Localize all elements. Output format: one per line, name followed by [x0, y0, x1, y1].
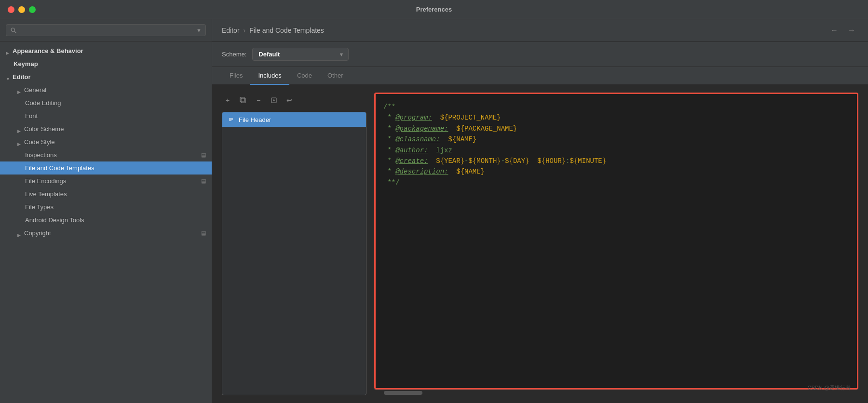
breadcrumb-editor: Editor [222, 27, 240, 34]
code-token: * [383, 112, 395, 123]
sidebar-item-keymap[interactable]: Keymap [0, 57, 212, 70]
maximize-button[interactable] [29, 6, 36, 13]
code-token: * [383, 134, 395, 145]
code-token: ${YEAR} [436, 156, 464, 166]
sidebar-item-android-design[interactable]: Android Design Tools [0, 214, 212, 227]
code-line-8: **/ [383, 177, 849, 188]
sidebar-item-code-editing[interactable]: Code Editing [0, 96, 212, 109]
code-token: ${NAME} [456, 166, 485, 177]
code-token: ${MINUTE} [570, 156, 607, 166]
sidebar-label-font: Font [25, 112, 38, 120]
sidebar-label-live-templates: Live Templates [25, 190, 67, 198]
search-dropdown-arrow[interactable]: ▼ [196, 27, 202, 33]
search-wrapper[interactable]: ▼ [6, 24, 206, 36]
sidebar-item-code-style[interactable]: Code Style [0, 135, 212, 148]
tab-other[interactable]: Other [320, 67, 351, 85]
nav-arrows: ← → [827, 25, 858, 36]
code-editor-panel: /** * @program: ${PROJECT_NAME} * @packa… [374, 93, 858, 395]
code-token [448, 123, 456, 134]
sidebar-label-file-encodings: File Encodings [25, 177, 66, 185]
sidebar-item-color-scheme[interactable]: Color Scheme [0, 122, 212, 135]
tabs-row: Files Includes Code Other [212, 67, 868, 85]
chevron-right-icon-style [17, 140, 22, 145]
sidebar-item-copyright[interactable]: Copyright ▤ [0, 227, 212, 240]
file-list-toolbar: + − [222, 93, 366, 108]
copyright-badge-icon: ▤ [201, 230, 206, 236]
breadcrumb: Editor › File and Code Templates [222, 27, 324, 34]
traffic-lights [8, 6, 36, 13]
code-token: ljxz [428, 145, 452, 156]
sidebar-label-inspections: Inspections [25, 151, 57, 159]
tab-code[interactable]: Code [289, 67, 320, 85]
search-bar: ▼ [0, 19, 212, 41]
copy-icon [239, 96, 247, 104]
tab-includes[interactable]: Includes [250, 67, 289, 85]
code-token: ${PROJECT_NAME} [440, 112, 501, 123]
file-list-item-header[interactable]: File Header [222, 112, 366, 127]
tab-files[interactable]: Files [222, 67, 250, 85]
nav-back-button[interactable]: ← [827, 25, 841, 36]
code-token [448, 166, 456, 177]
chevron-right-icon-color [17, 127, 22, 132]
sidebar-item-inspections[interactable]: Inspections ▤ [0, 148, 212, 161]
sidebar-label-code-editing: Code Editing [25, 99, 61, 107]
code-token: @packagename: [395, 123, 448, 134]
duplicate-template-button[interactable] [268, 94, 280, 106]
chevron-right-icon-general [17, 88, 22, 93]
sidebar-label-code-style: Code Style [24, 138, 55, 146]
sidebar-item-appearance-behavior[interactable]: Appearance & Behavior [0, 44, 212, 57]
reset-template-button[interactable]: ↩ [284, 94, 295, 106]
code-line-4: * @classname: ${NAME} [383, 134, 849, 145]
scheme-select[interactable]: Default Project [252, 48, 349, 61]
code-token [428, 156, 436, 166]
sidebar-item-file-encodings[interactable]: File Encodings ▤ [0, 175, 212, 188]
nav-forward-button[interactable]: → [845, 25, 858, 36]
breadcrumb-section: File and Code Templates [249, 27, 324, 34]
sidebar-item-editor[interactable]: Editor [0, 70, 212, 83]
file-header-label: File Header [239, 116, 271, 123]
chevron-down-icon [6, 75, 11, 80]
code-token: ${DAY} [505, 156, 529, 166]
sidebar-item-general[interactable]: General [0, 83, 212, 96]
sidebar-label-file-code-templates: File and Code Templates [25, 164, 95, 172]
file-list-panel: + − [222, 93, 366, 395]
sidebar-label-android-design: Android Design Tools [25, 216, 84, 224]
sidebar-item-live-templates[interactable]: Live Templates [0, 188, 212, 201]
code-line-2: * @program: ${PROJECT_NAME} [383, 112, 849, 123]
code-token: @classname: [395, 134, 440, 145]
code-token: ${HOUR} [537, 156, 566, 166]
sidebar-item-file-types[interactable]: File Types [0, 201, 212, 214]
breadcrumb-separator: › [244, 27, 246, 34]
code-token: * [383, 145, 395, 156]
code-token: * [383, 166, 395, 177]
close-button[interactable] [8, 6, 14, 13]
code-token: ${MONTH} [468, 156, 501, 166]
file-header-icon [227, 116, 235, 123]
code-token: /** [383, 102, 395, 112]
sidebar-item-font[interactable]: Font [0, 109, 212, 122]
code-token: : [566, 156, 570, 166]
scrollbar-area[interactable] [374, 390, 858, 395]
svg-line-1 [14, 31, 16, 33]
code-token: @author: [395, 145, 428, 156]
sidebar: ▼ Appearance & Behavior Keymap Editor Ge… [0, 19, 212, 403]
code-line-7: * @description: ${NAME} [383, 166, 849, 177]
remove-template-button[interactable]: − [253, 94, 264, 106]
code-editor[interactable]: /** * @program: ${PROJECT_NAME} * @packa… [374, 93, 858, 390]
sidebar-scroll: Appearance & Behavior Keymap Editor Gene… [0, 41, 212, 403]
sidebar-label-keymap: Keymap [14, 60, 38, 67]
sidebar-item-file-code-templates[interactable]: File and Code Templates [0, 161, 212, 175]
code-line-3: * @packagename: ${PACKAGE_NAME} [383, 123, 849, 134]
code-token: **/ [383, 177, 400, 188]
watermark: CSDN @逻辑行者 [808, 384, 851, 391]
scrollbar-thumb[interactable] [384, 391, 422, 395]
content-area: Editor › File and Code Templates ← → Sch… [212, 19, 868, 403]
add-template-button[interactable]: + [222, 94, 233, 106]
sidebar-label-editor: Editor [13, 73, 31, 81]
svg-point-0 [11, 28, 14, 31]
minimize-button[interactable] [18, 6, 25, 13]
svg-rect-2 [241, 98, 245, 103]
copy-template-button[interactable] [237, 94, 249, 106]
code-token: ${PACKAGE_NAME} [456, 123, 517, 134]
search-input[interactable] [20, 27, 193, 34]
